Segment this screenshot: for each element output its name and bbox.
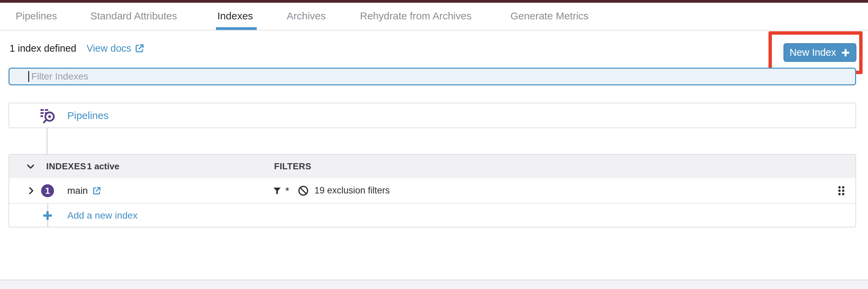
index-name-cell: main [67,178,102,203]
filter-funnel-icon [272,186,282,196]
indexes-card: INDEXES 1 active FILTERS 1 main [8,154,856,227]
filter-indexes-input[interactable] [8,68,856,85]
pipelines-card: Pipelines [8,103,856,128]
plus-icon [841,48,850,57]
filters-column-header: FILTERS [274,155,311,178]
tree-connector-line [47,128,48,154]
chevron-down-icon[interactable] [25,161,36,172]
tab-rehydrate-from-archives[interactable]: Rehydrate from Archives [360,3,471,29]
external-link-icon[interactable] [92,186,102,196]
log-indexes-page: Pipelines Standard Attributes Indexes Ar… [0,0,868,289]
add-index-link[interactable]: Add a new index [67,210,138,221]
tab-pipelines[interactable]: Pipelines [16,3,57,29]
pipelines-icon [40,108,56,124]
indexes-column-header: INDEXES [46,155,86,178]
active-tab-underline [216,27,257,30]
index-filters-cell: * 19 exclusion filters [272,178,390,203]
tab-standard-attributes[interactable]: Standard Attributes [90,3,177,29]
text-caret [28,71,29,82]
chevron-right-icon[interactable] [25,185,37,197]
add-plus-icon[interactable] [42,210,53,221]
drag-handle-icon[interactable] [835,185,847,197]
index-order-badge: 1 [41,184,54,197]
indexes-table-header: INDEXES 1 active FILTERS [9,155,855,179]
bottom-band [0,280,868,289]
external-link-icon [134,43,145,53]
table-row-main-index: 1 main * [9,178,855,204]
tab-indexes[interactable]: Indexes [217,3,253,29]
pipelines-link[interactable]: Pipelines [67,110,109,121]
index-summary: 1 index defined View docs [10,41,145,56]
tab-generate-metrics[interactable]: Generate Metrics [510,3,589,29]
active-count-text: 1 active [87,155,119,178]
new-index-button[interactable]: New Index [783,43,856,62]
view-docs-link[interactable]: View docs [87,43,145,54]
index-name[interactable]: main [67,185,88,196]
view-docs-label: View docs [87,43,131,54]
add-index-row[interactable]: Add a new index [9,204,855,227]
tab-bar: Pipelines Standard Attributes Indexes Ar… [0,3,868,31]
tab-archives[interactable]: Archives [287,3,326,29]
new-index-label: New Index [790,47,836,58]
exclusion-filters-text[interactable]: 19 exclusion filters [314,185,390,196]
filter-indexes-field [8,68,856,85]
top-window-bar [0,0,868,3]
index-count-text: 1 index defined [10,43,76,54]
exclusion-ban-icon [297,185,309,197]
filter-query-text: * [285,185,289,197]
